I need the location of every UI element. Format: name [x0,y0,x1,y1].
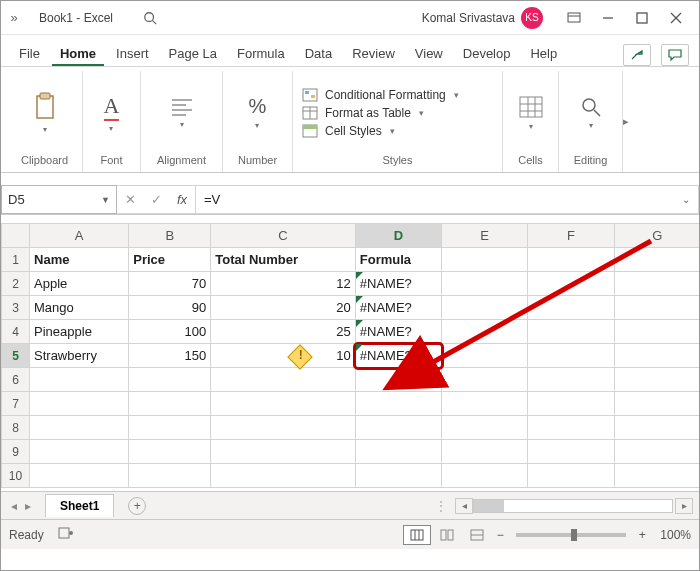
row-header-10[interactable]: 10 [2,464,30,488]
cells-icon[interactable]: ▾ [518,73,544,152]
cell-A2[interactable]: Apple [30,272,129,296]
cell-F4[interactable] [528,320,614,344]
cell-B5[interactable]: 150 [129,344,211,368]
view-normal-icon[interactable] [403,525,431,545]
tab-developer[interactable]: Develop [455,40,519,66]
fx-icon[interactable]: fx [169,192,195,207]
tab-file[interactable]: File [11,40,48,66]
cell-D1[interactable]: Formula [355,248,441,272]
col-header-C[interactable]: C [211,224,356,248]
cancel-formula-icon[interactable]: ✕ [117,192,143,207]
search-icon[interactable] [143,11,157,25]
hscroll-right-icon[interactable]: ▸ [675,498,693,514]
worksheet-grid[interactable]: A B C D E F G 1 Name Price Total Number … [1,223,699,491]
cell-B3[interactable]: 90 [129,296,211,320]
cell-A3[interactable]: Mango [30,296,129,320]
cell-E1[interactable] [442,248,528,272]
overflow-chevron-icon[interactable]: » [7,10,21,25]
view-page-break-icon[interactable] [463,525,491,545]
cell-D3[interactable]: #NAME? [355,296,441,320]
row-header-4[interactable]: 4 [2,320,30,344]
cell-A4[interactable]: Pineapple [30,320,129,344]
row-header-2[interactable]: 2 [2,272,30,296]
cell-C2[interactable]: 12 [211,272,356,296]
cell-C5[interactable]: 10 [211,344,356,368]
split-handle-icon[interactable]: ⋮ [429,499,453,513]
hscroll-left-icon[interactable]: ◂ [455,498,473,514]
alignment-icon[interactable]: ▾ [170,73,194,152]
minimize-button[interactable] [591,4,625,32]
cell-E5[interactable] [442,344,528,368]
row-header-7[interactable]: 7 [2,392,30,416]
new-sheet-button[interactable]: + [128,497,146,515]
cell-B2[interactable]: 70 [129,272,211,296]
cell-C4[interactable]: 25 [211,320,356,344]
cell-B1[interactable]: Price [129,248,211,272]
sheet-tab-sheet1[interactable]: Sheet1 [45,494,114,517]
row-header-3[interactable]: 3 [2,296,30,320]
col-header-F[interactable]: F [528,224,614,248]
cell-C1[interactable]: Total Number [211,248,356,272]
col-header-E[interactable]: E [442,224,528,248]
cell-F3[interactable] [528,296,614,320]
comments-button[interactable] [661,44,689,66]
cell-F2[interactable] [528,272,614,296]
row-header-8[interactable]: 8 [2,416,30,440]
sheet-nav-prev-icon[interactable]: ◂ [7,499,21,513]
row-header-9[interactable]: 9 [2,440,30,464]
ribbon-display-icon[interactable] [557,4,591,32]
share-button[interactable] [623,44,651,66]
sheet-nav-next-icon[interactable]: ▸ [21,499,35,513]
zoom-thumb[interactable] [571,529,577,541]
hscroll-thumb[interactable] [474,500,504,512]
tab-home[interactable]: Home [52,40,104,66]
zoom-slider[interactable] [516,533,626,537]
tab-page-layout[interactable]: Page La [161,40,225,66]
col-header-B[interactable]: B [129,224,211,248]
tab-data[interactable]: Data [297,40,340,66]
font-icon[interactable]: A▾ [104,73,120,152]
cell-D5[interactable]: #NAME? [355,344,441,368]
expand-formula-icon[interactable]: ⌄ [682,194,690,205]
col-header-G[interactable]: G [614,224,699,248]
cell-E2[interactable] [442,272,528,296]
tab-view[interactable]: View [407,40,451,66]
cell-C3[interactable]: 20 [211,296,356,320]
cell-G4[interactable] [614,320,699,344]
cell-G1[interactable] [614,248,699,272]
cell-D2[interactable]: #NAME? [355,272,441,296]
autofill-options-icon[interactable]: ▦ [419,373,435,387]
cell-D4[interactable]: #NAME? [355,320,441,344]
select-all-corner[interactable] [2,224,30,248]
enter-formula-icon[interactable]: ✓ [143,192,169,207]
row-header-1[interactable]: 1 [2,248,30,272]
col-header-A[interactable]: A [30,224,129,248]
cell-A1[interactable]: Name [30,248,129,272]
cell-F5[interactable] [528,344,614,368]
cell-B4[interactable]: 100 [129,320,211,344]
tab-review[interactable]: Review [344,40,403,66]
cell-E4[interactable] [442,320,528,344]
row-header-5[interactable]: 5 [2,344,30,368]
tab-formulas[interactable]: Formula [229,40,293,66]
cell-E3[interactable] [442,296,528,320]
close-button[interactable] [659,4,693,32]
col-header-D[interactable]: D [355,224,441,248]
zoom-out-button[interactable]: − [492,528,508,542]
macro-record-icon[interactable] [58,527,74,542]
zoom-in-button[interactable]: + [634,528,650,542]
clipboard-icon[interactable]: ▾ [31,73,59,152]
cell-G5[interactable] [614,344,699,368]
row-header-6[interactable]: 6 [2,368,30,392]
format-as-table-button[interactable]: Format as Table▾ [301,106,494,120]
cell-styles-button[interactable]: Cell Styles▾ [301,124,494,138]
cell-G2[interactable] [614,272,699,296]
ribbon-scroll-right[interactable]: ▸ [623,115,637,128]
editing-icon[interactable]: ▾ [580,73,602,152]
view-page-layout-icon[interactable] [433,525,461,545]
tab-help[interactable]: Help [522,40,565,66]
formula-bar[interactable]: =V⌄ [196,185,699,214]
number-icon[interactable]: %▾ [249,73,267,152]
hscrollbar[interactable] [473,499,673,513]
conditional-formatting-button[interactable]: Conditional Formatting▾ [301,88,494,102]
